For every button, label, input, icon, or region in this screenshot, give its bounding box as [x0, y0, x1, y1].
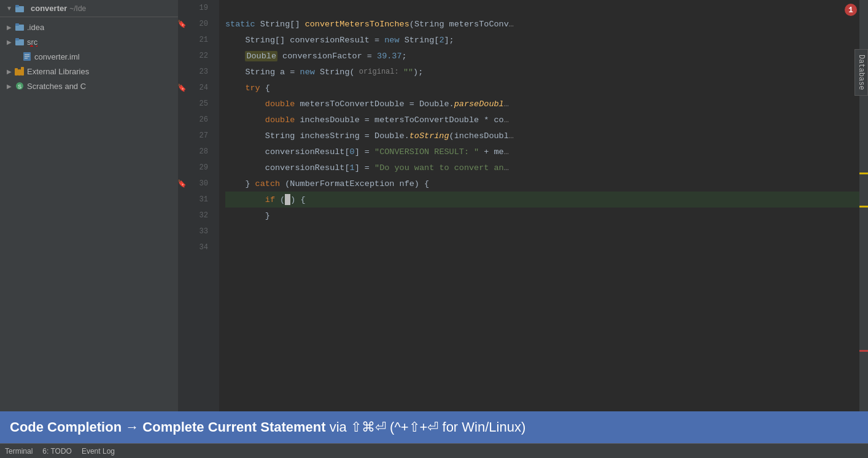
marker-red-1	[859, 350, 868, 352]
code-line-28: conversionResult[ 0 ] = "CONVERSION RESU…	[225, 144, 859, 160]
linenum-23: 23	[185, 64, 213, 80]
hint-main-text: Code Completion → Complete Current State…	[10, 419, 525, 435]
code-line-31: if ( ) {	[225, 192, 859, 208]
code-line-25: double metersToConvertDouble = Double.pa…	[225, 96, 859, 112]
sidebar-item-idea[interactable]: ▶ .idea	[0, 20, 178, 34]
gutter-23	[178, 64, 185, 80]
hint-shortcut-text: via ⇧⌘⏎ (^+⇧+⏎ for Win/Linux)	[330, 419, 526, 435]
sidebar-item-external-libraries[interactable]: ▶ External Libraries	[0, 64, 178, 79]
idea-expand-arrow[interactable]: ▶	[5, 23, 14, 31]
svg-rect-1	[15, 5, 19, 7]
svg-rect-7	[25, 54, 29, 55]
linenum-30: 30	[185, 176, 213, 192]
code-line-34	[225, 239, 859, 255]
status-terminal[interactable]: Terminal	[5, 447, 33, 456]
sidebar-item-src[interactable]: ▶ src	[0, 34, 178, 49]
code-line-29: conversionResult[ 1 ] = "Do you want to …	[225, 160, 859, 176]
main-area: ▼ converter ~/Ide ▶ .idea	[0, 0, 868, 411]
gutter-24: 🔖	[178, 80, 185, 96]
file-tree: ▶ .idea ▶ src	[0, 17, 178, 411]
code-line-32: }	[225, 208, 859, 223]
svg-rect-5	[15, 38, 19, 41]
sidebar-collapse-arrow[interactable]: ▼	[5, 4, 14, 13]
code-line-24: try {	[225, 80, 859, 96]
scratch-label: Scratches and C	[27, 82, 86, 91]
sidebar-header: ▼ converter ~/Ide	[0, 0, 178, 17]
gutter-22	[178, 48, 185, 64]
status-todo[interactable]: 6: TODO	[42, 447, 72, 456]
code-line-23: String a = new String( original: "");	[225, 64, 859, 80]
code-line-21: String[] conversionResult = new String[2…	[225, 32, 859, 48]
linenum-26: 26	[185, 112, 213, 128]
linenum-28: 28	[185, 144, 213, 160]
bottom-bar: Code Completion → Complete Current State…	[0, 411, 868, 443]
svg-rect-9	[25, 58, 28, 59]
code-line-30: } catch ( NumberFormatException nfe) {	[225, 176, 859, 192]
gutter-30: 🔖	[178, 176, 185, 192]
linenum-32: 32	[185, 208, 213, 223]
gutter-27	[178, 128, 185, 144]
gutter-28	[178, 144, 185, 160]
linenum-34: 34	[185, 239, 213, 255]
gutter-19	[178, 0, 185, 16]
gutter-31	[178, 192, 185, 208]
sidebar-item-converter-iml[interactable]: converter.iml	[0, 49, 178, 64]
gutter-markers: 🔖 🔖 🔖	[178, 0, 185, 411]
svg-rect-8	[25, 56, 29, 57]
ext-lib-expand-arrow[interactable]: ▶	[5, 67, 14, 76]
code-line-19	[225, 0, 859, 16]
gutter-33	[178, 223, 185, 239]
linenum-31: 31	[185, 192, 213, 208]
editor-area: 1 🔖 🔖 🔖	[178, 0, 868, 411]
code-line-27: String inchesString = Double.toString(in…	[225, 128, 859, 144]
ext-lib-icon	[15, 66, 25, 76]
gutter-32	[178, 208, 185, 223]
gutter-29	[178, 160, 185, 176]
src-label: src	[27, 37, 37, 47]
code-line-26: double inchesDouble = metersToConvertDou…	[225, 112, 859, 128]
line-numbers: 19 20 21 22 23 24 25 26 27 28 29 30 31 3…	[185, 0, 219, 411]
sidebar-item-scratches[interactable]: ▶ S Scratches and C	[0, 79, 178, 93]
database-tab[interactable]: Database	[854, 49, 868, 96]
sidebar: ▼ converter ~/Ide ▶ .idea	[0, 0, 178, 411]
gutter-20: 🔖	[178, 16, 185, 32]
error-badge: 1	[845, 4, 857, 16]
linenum-20: 20	[185, 16, 213, 32]
svg-rect-11	[18, 69, 21, 76]
status-bar: Terminal 6: TODO Event Log	[0, 443, 868, 458]
iml-file-icon	[22, 52, 32, 61]
linenum-19: 19	[185, 0, 213, 16]
scratch-expand-arrow[interactable]: ▶	[5, 82, 14, 90]
gutter-21	[178, 32, 185, 48]
code-line-33	[225, 223, 859, 239]
linenum-24: 24	[185, 80, 213, 96]
linenum-25: 25	[185, 96, 213, 112]
linenum-21: 21	[185, 32, 213, 48]
idea-label: .idea	[27, 23, 44, 32]
linenum-33: 33	[185, 223, 213, 239]
src-folder-icon	[15, 37, 25, 47]
idea-folder-icon	[15, 22, 25, 32]
project-path: ~/Ide	[69, 4, 86, 13]
status-event-log[interactable]: Event Log	[82, 447, 115, 456]
src-expand-arrow[interactable]: ▶	[5, 37, 14, 46]
code-line-22: Double conversionFactor = 39.37;	[225, 48, 859, 64]
code-container: 🔖 🔖 🔖 19 20 2	[178, 0, 868, 411]
project-title: converter	[31, 4, 67, 13]
svg-text:S: S	[18, 83, 21, 90]
marker-yellow-2	[859, 206, 868, 208]
linenum-22: 22	[185, 48, 213, 64]
svg-rect-3	[15, 23, 19, 26]
code-content[interactable]: static String[] convertMetersToInches(St…	[219, 0, 859, 411]
ext-lib-label: External Libraries	[27, 67, 89, 76]
converter-iml-label: converter.iml	[34, 52, 80, 61]
gutter-34	[178, 239, 185, 255]
svg-rect-12	[21, 67, 24, 76]
svg-rect-10	[15, 68, 18, 76]
project-folder-icon	[15, 4, 25, 14]
gutter-25	[178, 96, 185, 112]
marker-yellow-1	[859, 173, 868, 174]
gutter-26	[178, 112, 185, 128]
code-line-20: static String[] convertMetersToInches(St…	[225, 16, 859, 32]
linenum-27: 27	[185, 128, 213, 144]
